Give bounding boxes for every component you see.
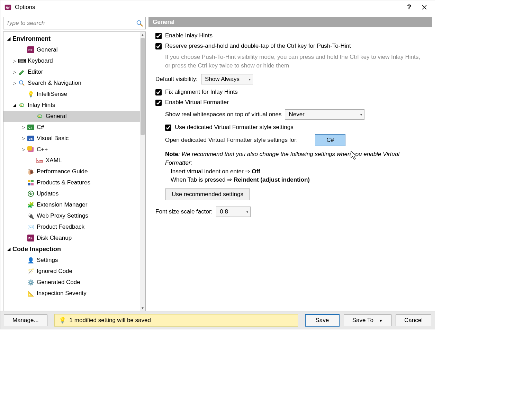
resharper-small-icon: R#	[27, 46, 35, 54]
magnifier-icon	[18, 79, 26, 87]
snail-icon: 🐌	[27, 168, 35, 175]
svg-text:R#: R#	[6, 6, 10, 9]
tree-item-ci-ignored[interactable]: ▸🪄Ignored Code	[3, 266, 140, 277]
default-visibility-row: Default visibility: Show Always	[155, 74, 425, 84]
tree-item-proxy[interactable]: ▸🔌Web Proxy Settings	[3, 210, 140, 221]
tree-item-inlay-cpp[interactable]: ▷C++	[3, 144, 140, 155]
svg-text:C#: C#	[28, 126, 33, 129]
person-icon: 👤	[27, 256, 35, 264]
show-real-ws-dropdown[interactable]: Never	[285, 109, 364, 120]
wand-icon: 🪄	[27, 267, 35, 275]
tree-item-inlay-hints[interactable]: ◢Inlay Hints	[3, 100, 140, 111]
tree-item-intellisense[interactable]: ▸💡IntelliSense	[3, 89, 140, 100]
manage-button[interactable]: Manage...	[4, 314, 47, 326]
scroll-up-icon[interactable]: ▲	[140, 32, 145, 37]
scroll-down-icon[interactable]: ▼	[140, 305, 145, 311]
open-dedicated-row: Open dedicated Virtual Formatter style s…	[165, 134, 425, 146]
tree-item-disk[interactable]: ▸R#Disk Cleanup	[3, 232, 140, 244]
reserve-ctrl-hint: If you choose Push-To-Hint visibility mo…	[165, 53, 425, 70]
svg-rect-19	[27, 146, 32, 150]
open-dedicated-csharp-button[interactable]: C#	[315, 134, 345, 146]
tree-category-environment[interactable]: ◢Environment	[3, 33, 140, 44]
tree-scrollbar[interactable]: ▲ ▼	[140, 32, 145, 311]
reserve-ctrl-input[interactable]	[155, 43, 162, 49]
font-scale-dropdown[interactable]: 0.8	[216, 207, 251, 217]
status-bar: 💡 1 modified setting will be saved	[54, 314, 298, 327]
help-button[interactable]: ?	[402, 2, 417, 13]
dialog-footer: Manage... 💡 1 modified setting will be s…	[0, 311, 435, 329]
show-real-ws-label: Show real whitespaces on top of virtual …	[165, 111, 281, 118]
enable-vf-input[interactable]	[155, 100, 162, 106]
scrollbar-thumb[interactable]	[141, 38, 145, 135]
download-icon	[27, 190, 35, 198]
default-visibility-dropdown[interactable]: Show Always	[201, 74, 253, 84]
svg-rect-24	[28, 183, 30, 185]
font-scale-row: Font size scale factor: 0.8	[155, 207, 425, 217]
cancel-button[interactable]: Cancel	[396, 314, 431, 326]
resharper-icon: R#	[4, 3, 12, 11]
tree-item-ci-settings[interactable]: ▸👤Settings	[3, 255, 140, 266]
enable-inlay-input[interactable]	[155, 33, 162, 39]
tree-item-inlay-vb[interactable]: ▷VBVisual Basic	[3, 133, 140, 144]
use-recommended-button[interactable]: Use recommended settings	[165, 189, 250, 200]
grid-icon	[27, 179, 35, 186]
search-icon	[136, 19, 143, 27]
tree-item-editor[interactable]: ▷Editor	[3, 66, 140, 77]
svg-text:R#: R#	[28, 48, 33, 52]
tree-item-performance[interactable]: ▸🐌Performance Guide	[3, 166, 140, 177]
open-dedicated-label: Open dedicated Virtual Formatter style s…	[165, 137, 298, 144]
search-box[interactable]	[3, 17, 146, 29]
pencil-icon	[18, 68, 26, 76]
tree-item-inlay-xaml[interactable]: ▸XAMLXAML	[3, 155, 140, 166]
tree-item-keyboard[interactable]: ▷⌨Keyboard	[3, 55, 140, 66]
gear-doc-icon: ⚙️	[27, 278, 35, 286]
fix-alignment-checkbox[interactable]: Fix alignment for Inlay Hints	[155, 89, 425, 95]
default-visibility-label: Default visibility:	[155, 76, 198, 83]
use-dedicated-vf-input[interactable]	[165, 125, 171, 131]
save-to-button[interactable]: Save To	[344, 314, 391, 326]
tree-item-inlay-csharp[interactable]: ▷C#C#	[3, 122, 140, 133]
mail-icon: ✉️	[27, 223, 35, 231]
svg-point-13	[38, 116, 40, 117]
vb-icon: VB	[27, 135, 35, 142]
tree-item-ci-severity[interactable]: ▸📐Inspection Severity	[3, 288, 140, 299]
tree-item-search-nav[interactable]: ▷Search & Navigation	[3, 77, 140, 89]
ruler-icon: 📐	[27, 290, 35, 297]
show-real-ws-row: Show real whitespaces on top of virtual …	[165, 109, 425, 120]
fix-alignment-input[interactable]	[155, 89, 162, 95]
tree-item-products[interactable]: ▸Products & Features	[3, 177, 140, 188]
tree-item-ci-generated[interactable]: ▸⚙️Generated Code	[3, 277, 140, 288]
xaml-icon: XAML	[36, 157, 44, 164]
svg-text:XAML: XAML	[37, 159, 43, 162]
svg-line-9	[22, 84, 24, 85]
tree-item-inlay-general[interactable]: ▸General	[3, 111, 140, 122]
svg-point-8	[19, 81, 23, 84]
svg-rect-25	[31, 183, 34, 185]
csharp-icon: C#	[27, 124, 35, 131]
cpp-icon	[27, 146, 35, 153]
svg-rect-22	[28, 180, 30, 182]
use-dedicated-vf-checkbox[interactable]: Use dedicated Virtual Formatter style se…	[165, 124, 425, 131]
tree-item-updates[interactable]: ▸Updates	[3, 188, 140, 199]
options-window: R# Options ? ◢Environment ▸R#General	[0, 0, 435, 329]
close-button[interactable]	[417, 2, 432, 13]
tree-item-general[interactable]: ▸R#General	[3, 44, 140, 55]
tree-category-codeinspection[interactable]: ◢Code Inspection	[3, 244, 140, 255]
svg-line-5	[141, 24, 143, 26]
puzzle-icon: 🧩	[27, 201, 35, 209]
note-block: Note: We recommend that you also change …	[165, 150, 425, 184]
reserve-ctrl-checkbox[interactable]: Reserve press-and-hold and double-tap of…	[155, 43, 425, 49]
status-text: 1 modified setting will be saved	[70, 317, 151, 324]
save-button[interactable]: Save	[305, 314, 340, 327]
tree-item-feedback[interactable]: ▸✉️Product Feedback	[3, 221, 140, 232]
titlebar: R# Options ?	[0, 0, 435, 14]
keyboard-icon: ⌨	[18, 57, 26, 65]
enable-vf-checkbox[interactable]: Enable Virtual Formatter	[155, 99, 425, 106]
enable-inlay-checkbox[interactable]: Enable Inlay Hints	[155, 32, 425, 39]
panel-header: General	[148, 17, 432, 27]
plug-icon: 🔌	[27, 212, 35, 220]
font-scale-label: Font size scale factor:	[155, 208, 213, 215]
inlay-icon	[18, 101, 26, 109]
tree-item-extension[interactable]: ▸🧩Extension Manager	[3, 199, 140, 210]
search-input[interactable]	[6, 19, 136, 27]
